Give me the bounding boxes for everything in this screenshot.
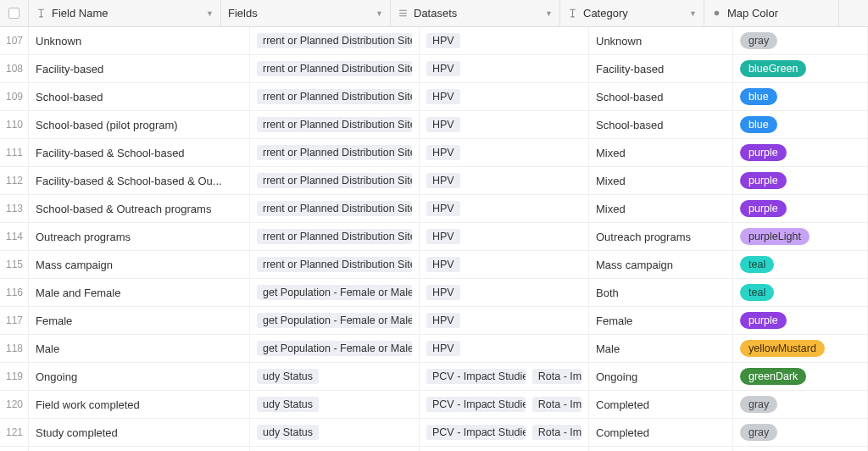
chevron-down-icon[interactable]: ▼: [689, 9, 697, 18]
cell-fields[interactable]: udy Status: [250, 447, 420, 451]
table-row[interactable]: 115Mass campaignrrent or Planned Distrib…: [0, 251, 868, 279]
cell-datasets[interactable]: PCV - Impact StudiesRota - Im: [420, 363, 589, 390]
cell-fields[interactable]: rrent or Planned Distribution Site: [250, 195, 420, 222]
cell-category[interactable]: Mass campaign: [589, 251, 733, 278]
cell-map-color[interactable]: greenDark: [733, 363, 868, 390]
cell-datasets[interactable]: HPV: [420, 55, 589, 82]
table-row[interactable]: 110School-based (pilot program)rrent or …: [0, 111, 868, 139]
cell-field-name[interactable]: Female: [29, 307, 250, 334]
dataset-tag[interactable]: HPV: [426, 257, 460, 272]
cell-map-color[interactable]: blue: [733, 111, 868, 138]
map-color-pill[interactable]: gray: [740, 32, 777, 49]
cell-category[interactable]: Female: [589, 307, 733, 334]
dataset-tag[interactable]: PCV - Impact Studies: [426, 425, 526, 440]
dataset-tag[interactable]: HPV: [426, 33, 460, 48]
cell-datasets[interactable]: HPV: [420, 83, 589, 110]
cell-fields[interactable]: udy Status: [250, 363, 420, 390]
dataset-tag[interactable]: HPV: [426, 117, 460, 132]
cell-field-name[interactable]: Unknown: [29, 27, 250, 54]
dataset-tag[interactable]: HPV: [426, 89, 460, 104]
column-header-field-name[interactable]: Field Name ▼: [29, 0, 221, 26]
map-color-pill[interactable]: yellowMustard: [740, 340, 825, 357]
map-color-pill[interactable]: teal: [740, 284, 774, 301]
cell-category[interactable]: Completed: [589, 391, 733, 418]
dataset-tag[interactable]: Rota - Im: [532, 369, 581, 384]
cell-datasets[interactable]: HPV: [420, 167, 589, 194]
column-header-checkbox[interactable]: [0, 0, 29, 26]
field-tag[interactable]: rrent or Planned Distribution Site: [257, 145, 412, 160]
chevron-down-icon[interactable]: ▼: [206, 9, 214, 18]
cell-map-color[interactable]: purple: [733, 139, 868, 166]
cell-field-name[interactable]: Ongoing: [29, 363, 250, 390]
column-header-fields[interactable]: Fields ▼: [221, 0, 391, 26]
field-tag[interactable]: rrent or Planned Distribution Site: [257, 33, 412, 48]
table-row[interactable]: 112Facility-based & School-based & Ou...…: [0, 167, 868, 195]
map-color-pill[interactable]: gray: [740, 396, 777, 413]
cell-map-color[interactable]: teal: [733, 279, 868, 306]
chevron-down-icon[interactable]: ▼: [376, 9, 383, 18]
cell-field-name[interactable]: School-based (pilot program): [29, 111, 250, 138]
cell-datasets[interactable]: HPV: [420, 195, 589, 222]
cell-field-name[interactable]: Outreach programs: [29, 223, 250, 250]
dataset-tag[interactable]: HPV: [426, 173, 460, 188]
field-tag[interactable]: udy Status: [257, 369, 319, 384]
cell-map-color[interactable]: blue: [733, 83, 868, 110]
cell-category[interactable]: Outreach programs: [589, 223, 733, 250]
table-row[interactable]: 120Field work completedudy StatusPCV - I…: [0, 391, 868, 419]
dataset-tag[interactable]: PCV - Impact Studies: [426, 397, 526, 412]
cell-field-name[interactable]: Facility-based: [29, 55, 250, 82]
cell-category[interactable]: Unknown: [589, 27, 733, 54]
cell-category[interactable]: Mixed: [589, 195, 733, 222]
cell-datasets[interactable]: HPV: [420, 223, 589, 250]
map-color-pill[interactable]: purple: [740, 312, 787, 329]
table-row[interactable]: 108Facility-basedrrent or Planned Distri…: [0, 55, 868, 83]
cell-fields[interactable]: udy Status: [250, 419, 420, 446]
cell-category[interactable]: Facility-based: [589, 55, 733, 82]
table-row[interactable]: 113School-based & Outreach programsrrent…: [0, 195, 868, 223]
cell-field-name[interactable]: School-based & Outreach programs: [29, 195, 250, 222]
table-row[interactable]: 121Study completedudy StatusPCV - Impact…: [0, 419, 868, 447]
cell-map-color[interactable]: gray: [733, 419, 868, 446]
field-tag[interactable]: rrent or Planned Distribution Site: [257, 61, 412, 76]
cell-field-name[interactable]: Facility-based & School-based & Ou...: [29, 167, 250, 194]
table-row[interactable]: 111Facility-based & School-basedrrent or…: [0, 139, 868, 167]
cell-datasets[interactable]: HPV: [420, 27, 589, 54]
cell-map-color[interactable]: gray: [733, 391, 868, 418]
cell-category[interactable]: Mixed: [589, 167, 733, 194]
table-row[interactable]: 117Femaleget Population - Female or Male…: [0, 307, 868, 335]
cell-field-name[interactable]: Mass campaign: [29, 251, 250, 278]
cell-fields[interactable]: rrent or Planned Distribution Site: [250, 139, 420, 166]
map-color-pill[interactable]: purple: [740, 144, 787, 161]
dataset-tag[interactable]: HPV: [426, 201, 460, 216]
map-color-pill[interactable]: teal: [740, 256, 774, 273]
cell-map-color[interactable]: blueGreen: [733, 55, 868, 82]
column-header-map-color[interactable]: Map Color: [704, 0, 839, 26]
cell-field-name[interactable]: Study completed: [29, 419, 250, 446]
cell-field-name[interactable]: Field work completed: [29, 391, 250, 418]
dataset-tag[interactable]: HPV: [426, 229, 460, 244]
cell-datasets[interactable]: HPV: [420, 279, 589, 306]
cell-map-color[interactable]: yellowMustard: [733, 335, 868, 362]
cell-fields[interactable]: rrent or Planned Distribution Site: [250, 167, 420, 194]
map-color-pill[interactable]: purple: [740, 172, 787, 189]
field-tag[interactable]: udy Status: [257, 397, 319, 412]
cell-category[interactable]: School-based: [589, 111, 733, 138]
cell-fields[interactable]: rrent or Planned Distribution Site: [250, 27, 420, 54]
field-tag[interactable]: get Population - Female or Male: [257, 285, 412, 300]
field-tag[interactable]: rrent or Planned Distribution Site: [257, 229, 412, 244]
cell-field-name[interactable]: Male and Female: [29, 279, 250, 306]
field-tag[interactable]: rrent or Planned Distribution Site: [257, 257, 412, 272]
dataset-tag[interactable]: PCV - Impact Studies: [426, 369, 526, 384]
cell-field-name[interactable]: Field work completed & Ongoing: [29, 447, 250, 451]
chevron-down-icon[interactable]: ▼: [545, 9, 553, 18]
dataset-tag[interactable]: HPV: [426, 313, 460, 328]
table-row[interactable]: 107Unknownrrent or Planned Distribution …: [0, 27, 868, 55]
cell-map-color[interactable]: greenLightest: [733, 447, 868, 451]
cell-fields[interactable]: rrent or Planned Distribution Site: [250, 55, 420, 82]
cell-map-color[interactable]: purple: [733, 307, 868, 334]
column-header-datasets[interactable]: Datasets ▼: [391, 0, 560, 26]
map-color-pill[interactable]: blue: [740, 88, 777, 105]
field-tag[interactable]: get Population - Female or Male: [257, 341, 412, 356]
cell-fields[interactable]: get Population - Female or Male: [250, 335, 420, 362]
cell-category[interactable]: Male: [589, 335, 733, 362]
